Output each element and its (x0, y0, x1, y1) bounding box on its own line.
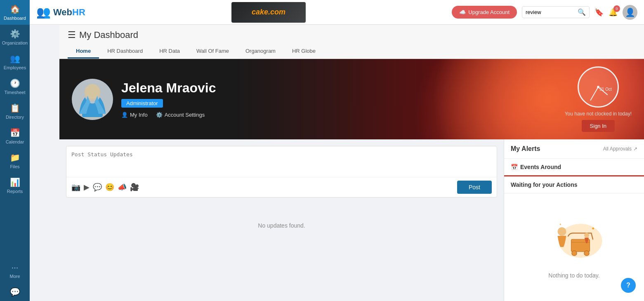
empty-illustration: ✦ ✦ (543, 216, 605, 266)
all-approvals-link[interactable]: All Approvals ↗ (603, 146, 637, 152)
tab-organogram[interactable]: Organogram (237, 45, 284, 59)
chat-icon: 💬 (10, 287, 20, 297)
emoji-tool[interactable]: 😊 (105, 183, 114, 192)
more-icon: ··· (12, 263, 19, 272)
main-area: ☰ My Dashboard Home HR Dashboard HR Data… (59, 25, 644, 301)
app-name: WebHR (53, 7, 85, 18)
notifications-icon[interactable]: 🔔 0 (609, 8, 618, 17)
sidebar-item-chat[interactable]: 💬 (0, 283, 30, 301)
ad-banner[interactable]: cake.com (231, 2, 306, 23)
svg-point-3 (85, 84, 100, 99)
search-icon[interactable]: 🔍 (578, 8, 586, 16)
svg-text:✦: ✦ (559, 222, 561, 226)
sidebar-item-more[interactable]: ··· More (0, 259, 30, 283)
cloud-icon: ☁️ (459, 9, 466, 15)
directory-icon: 📋 (10, 103, 20, 113)
waiting-title: Waiting for your Actions (511, 181, 637, 188)
photo-tool[interactable]: 📷 (71, 183, 80, 192)
waiting-section: Waiting for your Actions (504, 176, 644, 193)
tab-hr-data[interactable]: HR Data (151, 45, 188, 59)
profile-avatar[interactable] (72, 79, 113, 120)
sidebar-item-organization[interactable]: ⚙️ Organization (0, 25, 30, 49)
sign-in-button[interactable]: Sign In (582, 120, 615, 132)
app-logo[interactable]: 👥 WebHR (36, 5, 85, 19)
content-area: 📷 ▶ 💬 😊 📣 🎥 Post No updates found. My Al… (59, 139, 644, 301)
alerts-header: My Alerts All Approvals ↗ (504, 139, 644, 159)
sidebar-item-dashboard[interactable]: 🏠 Dashboard (0, 0, 30, 25)
page-header: ☰ My Dashboard Home HR Dashboard HR Data… (59, 25, 644, 59)
my-info-link[interactable]: 👤 My Info (121, 112, 148, 118)
sidebar-item-timesheet[interactable]: 🕐 Timesheet (0, 74, 30, 99)
sidebar-item-label: Files (10, 164, 19, 169)
topbar: 👥 WebHR cake.com ☁️ Upgrade Account 🔍 🔖 … (30, 0, 644, 25)
post-button[interactable]: Post (457, 181, 492, 194)
employees-icon: 👥 (10, 54, 20, 63)
bookmark-icon[interactable]: 🔖 (594, 8, 604, 17)
post-textarea[interactable] (66, 146, 497, 175)
sidebar: 🏠 Dashboard ⚙️ Organization 👥 Employees … (0, 0, 30, 301)
upgrade-button[interactable]: ☁️ Upgrade Account (452, 6, 517, 19)
sidebar-item-reports[interactable]: 📊 Reports (0, 173, 30, 198)
search-input[interactable] (526, 9, 575, 15)
help-button[interactable]: ? (621, 278, 636, 293)
logo-icon: 👥 (36, 5, 51, 19)
timesheet-icon: 🕐 (10, 78, 20, 88)
sidebar-item-label: Employees (4, 65, 26, 70)
sidebar-item-files[interactable]: 📁 Files (0, 148, 30, 173)
sidebar-item-calendar[interactable]: 📅 Calendar (0, 124, 30, 148)
clock-section: 31 Oct You have not clocked in today! Si… (565, 66, 632, 132)
profile-name: Jelena Mraovic (121, 80, 216, 96)
profile-info: Jelena Mraovic Administrator 👤 My Info ⚙… (121, 80, 216, 118)
clock-message: You have not clocked in today! (565, 111, 632, 117)
calendar-small-icon: 📅 (511, 164, 518, 170)
sidebar-item-label: Reports (7, 189, 23, 194)
files-icon: 📁 (10, 153, 20, 162)
post-toolbar: 📷 ▶ 💬 😊 📣 🎥 Post (66, 177, 497, 197)
sidebar-item-directory[interactable]: 📋 Directory (0, 99, 30, 124)
sidebar-item-label: Timesheet (5, 90, 26, 95)
tab-hr-dashboard[interactable]: HR Dashboard (99, 45, 151, 59)
tab-wall-of-fame[interactable]: Wall Of Fame (188, 45, 237, 59)
sidebar-item-label: Calendar (6, 139, 24, 144)
nothing-today-text: Nothing to do today. (548, 272, 599, 279)
video-tool[interactable]: 🎥 (130, 183, 139, 192)
svg-point-12 (584, 233, 589, 238)
events-title: 📅 Events Around (511, 164, 637, 170)
topbar-banner-area: cake.com (90, 2, 447, 23)
tab-hr-globe[interactable]: HR Globe (284, 45, 324, 59)
tab-home[interactable]: Home (68, 45, 99, 59)
right-panel: My Alerts All Approvals ↗ 📅 Events Aroun… (504, 139, 644, 301)
profile-banner: Jelena Mraovic Administrator 👤 My Info ⚙… (59, 59, 644, 139)
calendar-icon: 📅 (10, 128, 20, 138)
notification-badge: 0 (613, 5, 620, 12)
page-title: ☰ My Dashboard (68, 30, 636, 40)
svg-point-9 (557, 227, 566, 236)
video-play-tool[interactable]: ▶ (84, 183, 90, 192)
sidebar-item-label: More (9, 274, 20, 279)
svg-text:✦: ✦ (591, 226, 595, 230)
bubble-tool[interactable]: 💬 (93, 183, 102, 192)
svg-point-8 (584, 251, 589, 256)
alerts-title: My Alerts (511, 145, 540, 153)
dashboard-icon: 🏠 (10, 4, 20, 14)
sidebar-item-label: Directory (6, 115, 24, 120)
sidebar-item-label: Dashboard (4, 16, 26, 21)
sidebar-item-label: Organization (2, 40, 28, 45)
external-link-icon: ↗ (633, 146, 637, 152)
post-box: 📷 ▶ 💬 😊 📣 🎥 Post (66, 146, 497, 198)
account-settings-link[interactable]: ⚙️ Account Settings (156, 112, 205, 118)
clock-date: 31 Oct (599, 87, 611, 91)
menu-icon[interactable]: ☰ (68, 30, 76, 40)
clock-face: 31 Oct (578, 66, 619, 108)
profile-links: 👤 My Info ⚙️ Account Settings (121, 112, 216, 118)
announce-tool[interactable]: 📣 (118, 183, 127, 192)
avatar[interactable]: 👤 (623, 5, 637, 20)
tab-bar: Home HR Dashboard HR Data Wall Of Fame O… (68, 45, 636, 59)
sidebar-item-employees[interactable]: 👥 Employees (0, 49, 30, 74)
no-updates-message: No updates found. (66, 222, 497, 229)
gear-icon: ⚙️ (156, 112, 163, 118)
topbar-right: ☁️ Upgrade Account 🔍 🔖 🔔 0 👤 (452, 5, 637, 20)
clock-hand-min (590, 87, 599, 101)
role-badge: Administrator (121, 99, 163, 108)
search-box[interactable]: 🔍 (522, 6, 590, 18)
